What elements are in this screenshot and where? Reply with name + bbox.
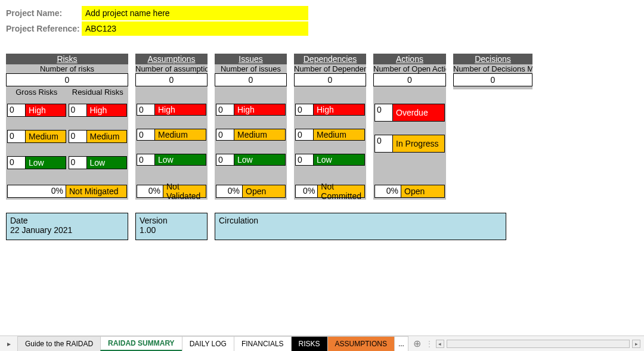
hscroll-right-icon[interactable]: ▸ <box>632 340 640 348</box>
project-name-value[interactable]: Add project name here <box>82 6 308 20</box>
tab-assumptions[interactable]: ASSUMPTIONS <box>327 336 395 351</box>
decisions-count[interactable]: 0 <box>453 73 532 86</box>
decisions-subtitle: Number of Decisions Made <box>453 64 532 73</box>
tab-more[interactable]: ... <box>394 336 408 351</box>
residual-risks-label: Residual Risks <box>67 86 129 98</box>
meta-version-box[interactable]: Version 1.00 <box>135 213 208 240</box>
resid-low-num[interactable]: 0 <box>69 157 87 169</box>
meta-version-label: Version <box>140 216 203 225</box>
issues-low-label: Low <box>234 154 285 165</box>
risks-subtitle: Number of risks <box>6 64 128 73</box>
actions-progress-num[interactable]: 0 <box>375 135 393 152</box>
resid-med-num[interactable]: 0 <box>69 131 87 142</box>
column-risks: Risks Number of risks 0 Gross Risks Resi… <box>6 54 128 200</box>
issues-status: Open <box>243 185 285 197</box>
tab-financials[interactable]: FINANCIALS <box>234 336 292 351</box>
actions-title[interactable]: Actions <box>373 54 446 64</box>
gross-risks-label: Gross Risks <box>6 86 67 98</box>
actions-overdue-num[interactable]: 0 <box>375 104 393 121</box>
actions-progress-label: In Progress <box>393 135 444 152</box>
deps-count[interactable]: 0 <box>294 73 366 86</box>
resid-med-label: Medium <box>87 131 127 142</box>
deps-subtitle: Number of Dependencies <box>294 64 366 73</box>
column-dependencies: Dependencies Number of Dependencies 0 x … <box>294 54 366 200</box>
assump-med-label: Medium <box>155 129 206 140</box>
decisions-title[interactable]: Decisions <box>453 54 532 64</box>
risks-pct[interactable]: 0% <box>8 185 66 197</box>
gross-med-label: Medium <box>26 131 66 142</box>
actions-overdue-label: Overdue <box>393 104 444 121</box>
assump-count[interactable]: 0 <box>135 73 208 86</box>
actions-subtitle: Number of Open Actions <box>373 64 446 73</box>
assump-subtitle: Number of assumptions <box>135 64 208 73</box>
issues-low-num[interactable]: 0 <box>216 154 234 165</box>
deps-med-label: Medium <box>314 129 364 140</box>
deps-status: Not Committed <box>318 185 364 197</box>
assump-med-num[interactable]: 0 <box>137 129 155 140</box>
resid-high-num[interactable]: 0 <box>69 104 87 116</box>
actions-count[interactable]: 0 <box>373 73 446 86</box>
assump-pct[interactable]: 0% <box>137 185 163 197</box>
column-issues: Issues Number of issues 0 x 0High 0Mediu… <box>215 54 287 200</box>
issues-med-num[interactable]: 0 <box>216 129 234 140</box>
meta-version-value: 1.00 <box>140 225 203 235</box>
deps-pct[interactable]: 0% <box>296 185 318 197</box>
deps-med-num[interactable]: 0 <box>296 129 314 140</box>
actions-pct[interactable]: 0% <box>375 185 401 197</box>
meta-circulation-box[interactable]: Circulation <box>215 213 506 240</box>
tab-risks[interactable]: RISKS <box>291 336 328 351</box>
column-actions: Actions Number of Open Actions 0 x 0Over… <box>373 54 446 200</box>
assump-title[interactable]: Assumptions <box>135 54 208 64</box>
actions-status: Open <box>401 185 444 197</box>
tab-daily-log[interactable]: DAILY LOG <box>182 336 234 351</box>
issues-subtitle: Number of issues <box>215 64 287 73</box>
deps-low-num[interactable]: 0 <box>296 154 314 165</box>
deps-high-num[interactable]: 0 <box>296 104 314 115</box>
issues-title[interactable]: Issues <box>215 54 287 64</box>
tab-guide[interactable]: Guide to the RAIDAD <box>17 336 101 351</box>
gross-med-num[interactable]: 0 <box>8 131 26 142</box>
gross-high-num[interactable]: 0 <box>8 104 26 116</box>
deps-low-label: Low <box>314 154 364 165</box>
column-assumptions: Assumptions Number of assumptions 0 x 0H… <box>135 54 208 200</box>
resid-high-label: High <box>87 104 127 116</box>
issues-count[interactable]: 0 <box>215 73 287 86</box>
gross-high-label: High <box>26 104 66 116</box>
tab-summary[interactable]: RAIDAD SUMMARY <box>100 336 182 351</box>
issues-high-label: High <box>234 104 285 115</box>
meta-date-value: 22 January 2021 <box>10 225 124 235</box>
sheet-nav-arrow-icon[interactable]: ▸ <box>0 336 18 351</box>
sheet-tab-strip: ▸ Guide to the RAIDAD RAIDAD SUMMARY DAI… <box>0 336 644 351</box>
meta-circulation-label: Circulation <box>219 216 502 225</box>
meta-date-label: Date <box>10 216 124 225</box>
project-ref-value[interactable]: ABC123 <box>82 21 308 36</box>
assump-high-label: High <box>155 104 206 115</box>
assump-status: Not Validated <box>163 185 206 197</box>
risks-title[interactable]: Risks <box>6 54 128 64</box>
issues-med-label: Medium <box>234 129 285 140</box>
issues-pct[interactable]: 0% <box>216 185 243 197</box>
hscroll-left-icon[interactable]: ◂ <box>436 340 444 348</box>
meta-date-box[interactable]: Date 22 January 2021 <box>6 213 128 240</box>
resid-low-label: Low <box>87 157 127 169</box>
assump-high-num[interactable]: 0 <box>137 104 155 115</box>
deps-title[interactable]: Dependencies <box>294 54 366 64</box>
deps-high-label: High <box>314 104 364 115</box>
gross-low-num[interactable]: 0 <box>8 157 26 169</box>
gross-low-label: Low <box>26 157 66 169</box>
assump-low-num[interactable]: 0 <box>137 154 155 165</box>
add-sheet-icon[interactable]: ⊕ <box>408 336 426 351</box>
assump-low-label: Low <box>155 154 206 165</box>
hscroll-track[interactable] <box>447 340 630 348</box>
project-ref-label: Project Reference: <box>6 21 82 36</box>
column-decisions: Decisions Number of Decisions Made 0 <box>453 54 532 89</box>
risks-status: Not Mitigated <box>66 185 126 197</box>
tab-separator-icon: ⋮ <box>426 336 432 351</box>
risks-count[interactable]: 0 <box>6 73 128 86</box>
issues-high-num[interactable]: 0 <box>216 104 234 115</box>
project-name-label: Project Name: <box>6 6 82 20</box>
